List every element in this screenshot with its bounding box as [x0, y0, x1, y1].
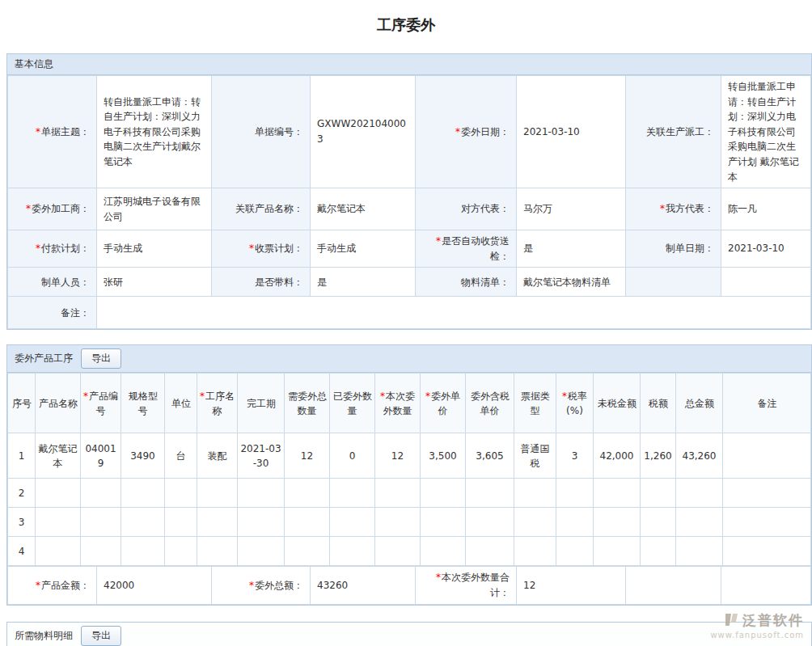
col-seq: 序号 [8, 374, 36, 433]
col-untaxed-amount: 未税金额 [594, 374, 641, 433]
cell: 12 [285, 433, 330, 479]
cell [36, 508, 81, 537]
cell [421, 537, 466, 566]
field-counterpart-rep-label: 对方代表： [416, 188, 517, 230]
cell [466, 508, 514, 537]
col-finish-date: 完工期 [238, 374, 285, 433]
cell: 普通国税 [514, 433, 556, 479]
basic-info-table: *单据主题： 转自批量派工申请：转自生产计划：深圳义力电子科技有限公司采购电脑二… [7, 75, 811, 329]
cell [81, 479, 121, 508]
process-section-title: 委外产品工序 [15, 352, 73, 365]
required-mark: * [83, 391, 88, 402]
label-text: 单据主题： [41, 126, 90, 137]
cell: 12 [375, 433, 421, 479]
cell: 3490 [121, 433, 165, 479]
field-doc-number-label: 单据编号： [212, 76, 311, 188]
basic-row-1: *单据主题： 转自批量派工申请：转自生产计划：深圳义力电子科技有限公司采购电脑二… [8, 76, 811, 188]
col-label: 工序名称 [205, 391, 235, 416]
cell: 040019 [81, 433, 121, 479]
basic-info-header-bar: 基本信息 [7, 54, 811, 75]
required-mark: * [425, 391, 430, 402]
cell: 1 [8, 433, 36, 479]
outsource-total-label: *委外总额： [212, 567, 311, 604]
field-remark-value [97, 297, 811, 329]
label-text: 关联产品名称： [235, 203, 303, 214]
field-doc-subject-label: *单据主题： [8, 76, 97, 188]
field-creator-label: 制单人员： [8, 268, 97, 297]
required-mark: * [455, 126, 460, 137]
col-label: 单位 [171, 398, 191, 409]
basic-info-section: 基本信息 *单据主题： 转自批量派工申请：转自生产计划：深圳义力电子科技有限公司… [6, 53, 812, 330]
field-auto-inspection-value: 是 [517, 230, 626, 268]
materials-section: 所需物料明细 导出 [6, 622, 812, 646]
export-materials-button[interactable]: 导出 [81, 626, 121, 646]
cell [421, 508, 466, 537]
label-text: 是否带料： [255, 277, 303, 288]
label-text: 单据编号： [255, 126, 303, 137]
cell [641, 537, 676, 566]
field-payment-plan-value: 手动生成 [97, 230, 212, 268]
watermark-brand-row: 泛普软件 [710, 611, 804, 630]
cell: 戴尔笔记本 [36, 433, 81, 479]
field-payment-plan-label: *付款计划： [8, 230, 97, 268]
field-create-date-label: 制单日期： [626, 230, 721, 268]
col-tax-incl-price: 委外含税单价 [466, 374, 514, 433]
col-product-code: *产品编号 [81, 374, 121, 433]
field-with-material-value: 是 [311, 268, 416, 297]
col-label: 产品名称 [39, 398, 78, 409]
cell [375, 537, 421, 566]
required-mark: * [249, 580, 254, 591]
col-label: 委外单价 [431, 391, 460, 416]
totals-empty-cell [721, 567, 811, 604]
cell [197, 479, 238, 508]
col-invoice-type: 票据类型 [514, 374, 556, 433]
field-auto-inspection-label: *是否自动收货送检： [416, 230, 517, 268]
page: 工序委外 基本信息 *单据主题： 转自批量派工申请：转自生产计划：深圳义力电子科… [0, 0, 812, 646]
col-remark: 备注 [723, 374, 811, 433]
cell: 3,605 [466, 433, 514, 479]
col-outsourced-qty: 已委外数量 [330, 374, 375, 433]
field-material-list-value: 戴尔笔记本物料清单 [517, 268, 626, 297]
field-outsource-date-label: *委外日期： [416, 76, 517, 188]
col-label: 规格型号 [129, 391, 158, 416]
col-product-name: 产品名称 [36, 374, 81, 433]
totals-row: *产品金额： 42000 *委外总额： 43260 *本次委外数量合计： 12 [8, 567, 811, 604]
cell: 3,500 [421, 433, 466, 479]
cell [165, 479, 197, 508]
cell [121, 479, 165, 508]
cell: 4 [8, 537, 36, 566]
process-table: 序号 产品名称 *产品编号 规格型号 单位 *工序名称 完工期 需委外总数量 已… [7, 373, 811, 566]
label-text: 对方代表： [461, 203, 510, 214]
cell [197, 508, 238, 537]
col-label: 完工期 [247, 398, 276, 409]
col-spec-model: 规格型号 [121, 374, 165, 433]
col-label: 税额 [649, 398, 668, 409]
col-label: 委外含税单价 [471, 391, 510, 416]
col-label: 备注 [758, 398, 777, 409]
export-process-button[interactable]: 导出 [81, 348, 121, 369]
field-create-date-value: 2021-03-10 [721, 230, 811, 268]
basic-row-4: 制单人员： 张研 是否带料： 是 物料清单： 戴尔笔记本物料清单 [8, 268, 811, 297]
label-text: 本次委外数量合计： [442, 572, 510, 598]
label-text: 委外总额： [255, 580, 303, 591]
label-text: 委外日期： [461, 126, 510, 137]
watermark-url: www.fanpusoft.com [710, 631, 804, 640]
field-processor-label: *委外加工商： [8, 188, 97, 230]
cell [36, 479, 81, 508]
col-label: 本次委外数量 [383, 391, 416, 416]
col-total-amount: 总金额 [676, 374, 723, 433]
required-mark: * [660, 203, 665, 214]
cell [514, 508, 556, 537]
field-creator-value: 张研 [97, 268, 212, 297]
field-our-rep-label: *我方代表： [626, 188, 721, 230]
cell [594, 508, 641, 537]
required-mark: * [436, 572, 441, 583]
field-doc-number-value: GXWW2021040003 [311, 76, 416, 188]
process-header-row: 序号 产品名称 *产品编号 规格型号 单位 *工序名称 完工期 需委外总数量 已… [8, 374, 811, 433]
cell [723, 537, 811, 566]
field-outsource-date-value: 2021-03-10 [517, 76, 626, 188]
cell [81, 508, 121, 537]
cell [121, 537, 165, 566]
cell [165, 508, 197, 537]
table-row: 1 戴尔笔记本 040019 3490 台 装配 2021-03-30 12 0… [8, 433, 811, 479]
